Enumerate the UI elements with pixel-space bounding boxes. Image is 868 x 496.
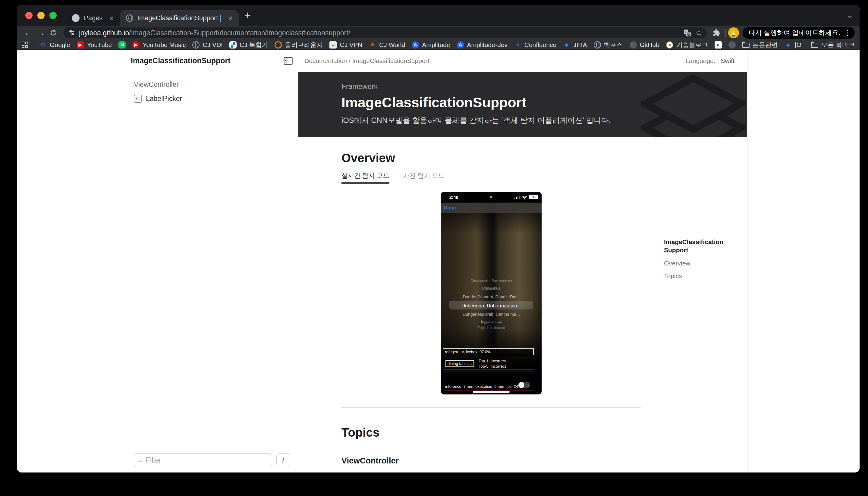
bookmark-baekpos[interactable]: 백포스 xyxy=(590,41,626,49)
tech-blog-favicon: ● xyxy=(666,41,673,48)
bookmark-confluence[interactable]: ×Confluence xyxy=(511,41,560,48)
navigator-filter-row: ≡ / xyxy=(126,453,298,472)
olive-lounge-favicon xyxy=(275,41,282,48)
mode-toggle-switch[interactable] xyxy=(518,382,530,388)
filter-shortcut-key[interactable]: / xyxy=(276,453,290,467)
bookmark-github-2[interactable] xyxy=(725,41,739,48)
relaunch-to-update-chip[interactable]: 다시 실행하여 업데이트하세요. ⋮ xyxy=(743,27,855,39)
zoom-window-button[interactable] xyxy=(49,12,57,19)
bookmark-olive-lounge[interactable]: 올리브라운지 xyxy=(271,41,326,49)
bookmark-star-icon[interactable]: ☆ xyxy=(695,28,702,38)
baekpos-favicon xyxy=(594,41,601,48)
bookmark-label: Google xyxy=(50,41,70,48)
bookmark-label: [OMA-2276] [iOS]... xyxy=(795,41,802,48)
truth-label-box: dining table,... xyxy=(446,360,474,367)
navigator-item-labelpicker[interactable]: C LabelPicker xyxy=(134,95,298,103)
toc-item-topics[interactable]: Topics xyxy=(664,273,735,280)
tab-search-chevron-icon[interactable]: ⌄ xyxy=(847,11,853,19)
toc-item-overview[interactable]: Overview xyxy=(664,260,735,267)
confluence-favicon: × xyxy=(514,41,522,48)
bookmark-jira-oma[interactable]: ◆[OMA-2276] [iOS]... xyxy=(781,41,802,48)
breadcrumb-documentation[interactable]: Documentation xyxy=(305,57,347,64)
tab-close-icon[interactable]: × xyxy=(228,14,233,22)
filter-input[interactable] xyxy=(146,456,268,464)
bookmark-tech-blog[interactable]: ●기술블로그 xyxy=(663,41,711,49)
iphone-screenshot: 2:48 96 xyxy=(441,192,542,394)
site-settings-icon[interactable] xyxy=(68,29,75,36)
url-path: /ImageClassification-Support/documentati… xyxy=(129,29,350,37)
breadcrumb-current[interactable]: ImageClassificationSupport xyxy=(352,57,430,64)
wifi-icon xyxy=(522,196,527,200)
profile-avatar[interactable]: ▲ xyxy=(728,27,739,38)
bookmark-amazon[interactable]: a xyxy=(711,41,725,48)
reload-icon xyxy=(49,29,57,37)
top5-result: Top-5: Incorrect xyxy=(479,364,506,369)
breadcrumb: Documentation / ImageClassificationSuppo… xyxy=(305,57,429,64)
hero-banner: Framework ImageClassificationSupport iOS… xyxy=(298,72,747,137)
bookmark-cj-vdi[interactable]: CJ VDI xyxy=(189,41,226,48)
extensions-puzzle-icon[interactable] xyxy=(710,27,723,39)
bookmark-cj-vpn[interactable]: ≡CJ VPN xyxy=(326,41,366,48)
new-tab-button[interactable]: + xyxy=(244,10,250,21)
browser-menu-dots-icon[interactable]: ⋮ xyxy=(844,29,851,37)
url-host: joyleea.github.io xyxy=(79,29,129,37)
picker-row[interactable]: Egyptian cat xyxy=(441,318,542,325)
back-button[interactable]: ← xyxy=(22,27,34,39)
bookmark-cj-world[interactable]: ❖CJ World xyxy=(366,41,408,48)
language-picker[interactable]: Language: Swift xyxy=(685,57,734,64)
all-bookmarks-button[interactable]: 모든 북마크 xyxy=(802,41,855,49)
navigator-sidebar: ImageClassificationSupport ViewControlle… xyxy=(126,50,298,472)
picker-row[interactable]: Doberman, Doberman pin... xyxy=(441,301,542,310)
navigator-group-viewcontroller[interactable]: ViewController xyxy=(134,80,298,89)
label-picker-wheel[interactable]: Chesapeake Bay retrieverChihuahuaDandie … xyxy=(441,277,542,331)
bookmark-amplitude[interactable]: AAmplitude xyxy=(408,41,453,48)
bookmark-label: GitHub xyxy=(640,41,660,48)
overview-heading: Overview xyxy=(341,151,641,165)
reload-button[interactable] xyxy=(47,27,60,39)
tab-photo-detection-mode[interactable]: 사진 탐지 모드 xyxy=(403,171,445,184)
language-label: Language: xyxy=(685,57,715,64)
detection-result-box: refrigerator, icebox 97.0% xyxy=(443,348,534,355)
sidebar-toggle-icon[interactable] xyxy=(284,57,293,65)
close-window-button[interactable] xyxy=(25,12,33,19)
bookmark-youtube[interactable]: ▶YouTube xyxy=(74,41,115,48)
tab-close-icon[interactable]: × xyxy=(109,14,114,22)
tab-realtime-detection-mode[interactable]: 실시간 탐지 모드 xyxy=(341,171,389,184)
picker-row[interactable]: Dandie Dinmont, Dandie Din... xyxy=(441,292,542,301)
bookmark-label: YouTube Music xyxy=(142,41,186,48)
bookmark-youtube-music[interactable]: ▶YouTube Music xyxy=(129,41,189,48)
on-this-page-toc: ImageClassification Support Overview Top… xyxy=(664,238,735,280)
toc-title[interactable]: ImageClassification Support xyxy=(664,238,735,254)
picker-row[interactable]: Dungeness crab, Cancer ma... xyxy=(441,310,542,318)
bookmark-cj-printer[interactable]: ▞CJ 복합기 xyxy=(226,41,272,49)
camera-indicator-dot xyxy=(490,196,492,198)
bookmark-label: CJ 복합기 xyxy=(239,41,268,49)
github-2-favicon xyxy=(728,41,736,48)
github-favicon xyxy=(630,41,637,48)
filter-field[interactable]: ≡ xyxy=(134,453,272,467)
doc-article: Overview 실시간 탐지 모드 사진 탐지 모드 2:48 xyxy=(298,137,747,472)
browser-window: Pages × ImageClassificationSupport | × +… xyxy=(17,5,859,472)
picker-row[interactable]: English foxhound xyxy=(441,325,542,331)
forward-button[interactable]: → xyxy=(34,27,47,39)
battery-icon: 96 xyxy=(529,195,538,199)
update-chip-label: 다시 실행하여 업데이트하세요. xyxy=(749,28,840,37)
tab-imageclassificationsupport[interactable]: ImageClassificationSupport | × xyxy=(120,10,239,26)
bookmark-amplitude-dev[interactable]: AAmplitude-dev xyxy=(454,41,511,48)
address-bar[interactable]: joyleea.github.io/ImageClassification-Su… xyxy=(63,27,707,38)
bookmark-github[interactable]: GitHub xyxy=(626,41,663,48)
bookmark-jira[interactable]: ◆JIRA xyxy=(560,41,590,48)
bookmark-papers-folder[interactable]: 논문관련 xyxy=(739,41,781,49)
navigator-header: ImageClassificationSupport xyxy=(126,50,298,72)
bookmark-google[interactable]: GGoogle xyxy=(36,41,74,48)
apps-grid-icon[interactable] xyxy=(22,42,28,48)
picker-row[interactable]: Chesapeake Bay retriever xyxy=(441,277,542,284)
amplitude-dev-favicon: A xyxy=(457,41,464,48)
translate-icon[interactable]: G 文 xyxy=(683,29,691,37)
picker-row[interactable]: Chihuahua xyxy=(441,284,542,292)
tab-pages[interactable]: Pages × xyxy=(66,10,120,26)
papers-folder-favicon xyxy=(742,43,749,48)
bookmark-naver[interactable]: N xyxy=(115,41,129,48)
done-button[interactable]: Done xyxy=(444,205,456,211)
minimize-window-button[interactable] xyxy=(37,12,45,19)
